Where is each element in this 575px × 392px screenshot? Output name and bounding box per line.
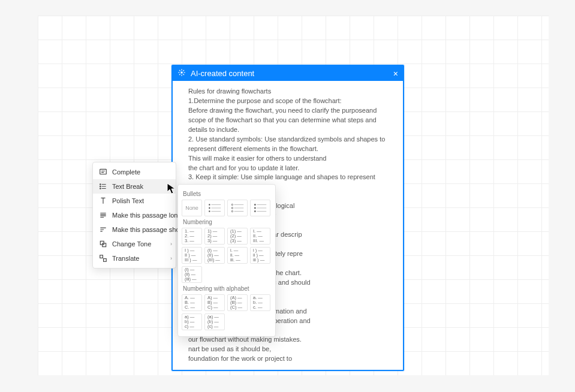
numbering-section-title: Numbering [183, 219, 270, 225]
svg-point-11 [209, 210, 210, 212]
menu-item-label: Translate [112, 255, 139, 262]
mouse-cursor-icon [167, 183, 176, 195]
tone-icon [99, 240, 107, 248]
numbering-option-0-2[interactable]: (1) —(2) —(3) — [227, 228, 248, 245]
menu-item-label: Text Break [112, 183, 143, 190]
complete-icon [99, 168, 107, 176]
numbering-option-0-1[interactable]: 1) —2) —3) — [204, 228, 225, 245]
numbering-option-1-3[interactable]: i ) —ii ) —iii ) — [250, 247, 270, 264]
chevron-right-icon: › [170, 241, 172, 247]
numbering-alpha-option-1-0[interactable]: a) —b) —c) — [182, 313, 202, 330]
svg-point-15 [231, 204, 233, 205]
menu-item-label: Polish Text [112, 197, 144, 204]
panel-header: AI-created content × [173, 66, 403, 81]
panel-title: AI-created content [191, 69, 254, 78]
menu-item-polish-text[interactable]: Polish Text [93, 194, 176, 208]
svg-point-17 [231, 210, 233, 212]
translate-icon [99, 254, 107, 263]
svg-point-3 [100, 186, 101, 186]
numbering-option-0-3[interactable]: I. —II. —III. — [250, 228, 270, 245]
numbering-alpha-section-title: Numbering with alphabet [183, 285, 270, 292]
chevron-right-icon: › [170, 255, 172, 261]
svg-point-4 [100, 188, 101, 189]
svg-point-2 [100, 184, 101, 185]
menu-item-label: Complete [112, 168, 140, 176]
svg-point-0 [181, 72, 182, 73]
numbering-option-1-0[interactable]: I ) —II ) —III ) — [182, 247, 202, 264]
numbering-alpha-option-1-1[interactable]: (a) —(b) —(c) — [204, 313, 225, 330]
list-icon [99, 182, 107, 191]
menu-item-change-tone[interactable]: Change Tone › [93, 237, 176, 251]
svg-point-16 [231, 207, 233, 209]
svg-rect-7 [100, 255, 103, 258]
menu-item-label: Change Tone [112, 240, 151, 248]
numbering-option-2-0[interactable]: (i) —(ii) —(iii) — [182, 266, 202, 283]
menu-item-make-longer[interactable]: Make this passage longer [93, 208, 176, 222]
numbering-alpha-option-0-1[interactable]: A) —B) —C) — [204, 294, 225, 311]
text-icon [99, 197, 107, 205]
svg-rect-21 [254, 204, 255, 205]
numbering-alpha-option-0-0[interactable]: A. —B. —C. — [182, 294, 202, 311]
svg-rect-8 [104, 259, 107, 262]
sparkle-move-icon [177, 68, 186, 79]
menu-item-translate[interactable]: Translate › [93, 251, 176, 266]
svg-rect-22 [254, 207, 255, 209]
menu-item-make-shorter[interactable]: Make this passage shorter [93, 222, 176, 237]
menu-item-text-break[interactable]: Text Break › [93, 179, 176, 194]
numbering-option-1-2[interactable]: i. —ii. —iii. — [227, 247, 248, 264]
close-icon[interactable]: × [393, 70, 398, 78]
bullet-option-circle[interactable] [227, 200, 248, 216]
numbering-option-1-1[interactable]: (I) —(II) —(III) — [204, 247, 225, 264]
longer-icon [99, 211, 107, 219]
bullets-section-title: Bullets [183, 191, 270, 197]
shorter-icon [99, 225, 107, 234]
menu-item-label: Make this passage longer [112, 212, 187, 219]
numbering-alpha-option-0-3[interactable]: a. —b. —c. — [250, 294, 270, 311]
numbering-option-0-0[interactable]: 1. —2. —3. — [182, 228, 202, 245]
bullet-option-disc[interactable] [204, 200, 225, 216]
svg-point-9 [209, 204, 210, 205]
text-break-submenu: Bullets None Numbering 1. —2. —3. —1) —2… [177, 184, 276, 337]
bullet-option-square[interactable] [250, 200, 270, 216]
svg-rect-1 [100, 169, 107, 174]
menu-item-complete[interactable]: Complete [93, 165, 176, 179]
svg-rect-23 [254, 210, 255, 212]
numbering-alpha-option-0-2[interactable]: (A) —(B) —(C) — [227, 294, 248, 311]
bullet-option-none[interactable]: None [182, 200, 202, 216]
svg-point-10 [209, 207, 210, 209]
ai-context-menu: Complete Text Break › Polish Text Make t… [92, 162, 176, 269]
